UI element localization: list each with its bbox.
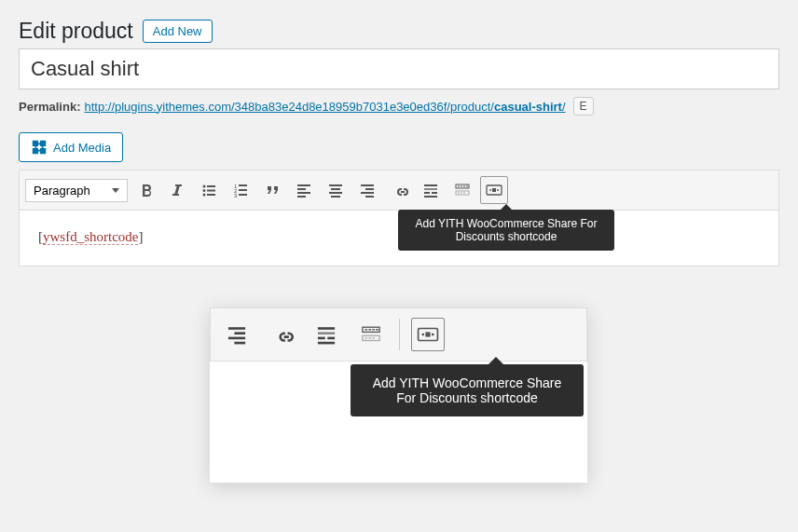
toolbar-toggle-button[interactable]: [354, 318, 388, 351]
numbered-list-icon: [231, 181, 250, 199]
yith-shortcode-tooltip: Add YITH WooCommerce Share For Discounts…: [351, 364, 584, 416]
readmore-button[interactable]: [310, 318, 343, 351]
yith-shortcode-icon: [416, 322, 440, 347]
align-left-button[interactable]: [290, 176, 318, 204]
format-select[interactable]: Paragraph: [25, 179, 128, 202]
yith-shortcode-tooltip: Add YITH WooCommerce Share For Discounts…: [398, 210, 614, 251]
link-icon: [390, 181, 408, 199]
insert-link-button[interactable]: [265, 318, 298, 351]
bold-icon: [136, 181, 155, 199]
insert-link-button[interactable]: [385, 176, 413, 204]
italic-icon: [168, 181, 186, 199]
numbered-list-button[interactable]: [227, 176, 255, 204]
blockquote-button[interactable]: [258, 176, 286, 204]
toolbar-toggle-button[interactable]: [448, 176, 476, 204]
readmore-icon: [421, 181, 440, 199]
align-center-icon: [326, 181, 345, 199]
zoom-toolbar: Add YITH WooCommerce Share For Discounts…: [210, 307, 587, 361]
add-media-button[interactable]: Add Media: [19, 132, 123, 162]
yith-shortcode-icon: [485, 181, 503, 199]
align-left-icon: [295, 181, 313, 199]
italic-button[interactable]: [163, 176, 191, 204]
align-right-icon: [358, 181, 377, 199]
add-new-button[interactable]: Add New: [143, 20, 213, 43]
permalink-label: Permalink:: [19, 100, 80, 114]
zoom-panel: Add YITH WooCommerce Share For Discounts…: [210, 307, 587, 483]
shortcode-text: [ywsfd_shortcode]: [38, 229, 143, 245]
toolbar-separator: [399, 319, 400, 350]
readmore-icon: [314, 322, 338, 347]
toolbar-toggle-icon: [359, 322, 383, 347]
align-right-icon: [225, 322, 249, 347]
page-title: Edit product: [19, 19, 133, 44]
chevron-down-icon: [112, 188, 119, 193]
toolbar-toggle-icon: [453, 181, 472, 199]
bullet-list-icon: [200, 181, 218, 199]
permalink-link[interactable]: http://plugins.yithemes.com/348ba83e24d8…: [84, 100, 565, 114]
yith-shortcode-button[interactable]: [411, 318, 445, 351]
product-title-input[interactable]: [19, 48, 779, 89]
media-icon: [31, 139, 48, 156]
readmore-button[interactable]: [417, 176, 445, 204]
yith-shortcode-button[interactable]: [480, 176, 508, 204]
bullet-list-button[interactable]: [195, 176, 223, 204]
blockquote-icon: [263, 181, 282, 199]
align-center-button[interactable]: [322, 176, 350, 204]
bold-button[interactable]: [131, 176, 159, 204]
editor-toolbar: Paragraph Add YITH WooCommerce Share For…: [19, 170, 779, 211]
permalink-edit-button[interactable]: E: [573, 97, 594, 116]
link-icon: [269, 322, 294, 347]
align-right-button[interactable]: [353, 176, 381, 204]
align-right-button[interactable]: [220, 318, 254, 351]
